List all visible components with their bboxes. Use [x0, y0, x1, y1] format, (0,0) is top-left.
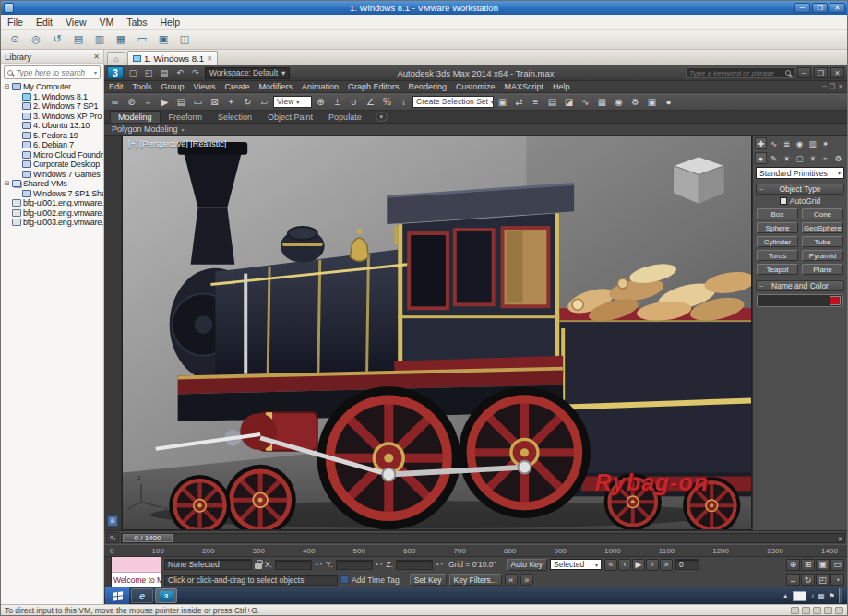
action-center-icon[interactable]: ⚑ [829, 592, 835, 600]
add-time-tag-label[interactable]: Add Time Tag [352, 575, 400, 585]
max-menu-item[interactable]: Animation [297, 82, 343, 91]
viewport-label[interactable]: [+] [Perspective] [Realistic] [128, 139, 226, 148]
key-mode-combo[interactable]: Selected ▾ [550, 559, 602, 570]
prev-frame-icon[interactable]: ‹ [618, 559, 631, 571]
key-filters-button[interactable]: Key Filters... [449, 574, 502, 586]
goto-end-icon[interactable]: » [660, 559, 673, 571]
max-menu-item[interactable]: Graph Editors [343, 82, 404, 91]
selection-lock-icon[interactable] [255, 563, 262, 569]
console-view-icon[interactable]: ▭ [133, 31, 151, 47]
power-icon[interactable]: ⊙ [6, 31, 24, 47]
selection-set-combo[interactable]: Create Selection Set ▾ [412, 96, 494, 108]
zoom-region-icon[interactable]: ▭ [830, 559, 844, 571]
max-menu-item[interactable]: Tools [128, 82, 157, 91]
x-coordinate-field[interactable] [275, 560, 312, 570]
max-menu-item[interactable]: MAXScript [500, 82, 549, 91]
volume-icon[interactable]: ♪ [810, 592, 814, 600]
perspective-viewport[interactable]: z x [+] [Perspective] [Realistic] Rybag-… [122, 136, 752, 530]
render-setup-icon[interactable]: ⚙ [627, 94, 643, 109]
fullscreen-icon[interactable]: ▣ [154, 31, 173, 47]
spinner-icon[interactable]: ▲▼ [436, 563, 444, 567]
max-logo[interactable]: 3 [107, 66, 124, 79]
time-slider-thumb[interactable]: 0 / 1400 [123, 534, 173, 542]
graphite-ribbon-toggle-icon[interactable]: ◪ [561, 94, 577, 109]
primitive-button[interactable]: Pyramid [802, 250, 843, 261]
child-close-icon[interactable]: ✕ [838, 83, 843, 90]
child-restore-icon[interactable]: ❐ [830, 83, 835, 90]
cameras-icon[interactable]: ▢ [794, 152, 806, 164]
3dsmax-taskbar-icon[interactable]: 3 [155, 588, 177, 603]
show-library-icon[interactable]: ▥ [90, 31, 109, 47]
reference-coordinate-combo[interactable]: View ▾ [273, 96, 312, 108]
vm-tab-windows81[interactable]: 1. Windows 8.1 ✕ [127, 51, 218, 65]
sound-icon[interactable] [835, 607, 843, 614]
library-tree-item[interactable]: 6. Debian 7 [1, 140, 103, 150]
primitive-button[interactable]: Sphere [757, 222, 798, 233]
primitive-button[interactable]: GeoSphere [802, 222, 843, 233]
material-editor-icon[interactable]: ◉ [611, 94, 627, 109]
field-of-view-icon[interactable]: ◔ [830, 574, 844, 586]
select-and-manipulate-icon[interactable]: ± [329, 94, 345, 109]
ribbon-tab[interactable]: Freeform [161, 112, 210, 123]
max-menu-item[interactable]: Rendering [404, 82, 452, 91]
select-link-icon[interactable]: ∞ [107, 94, 123, 109]
infocenter-search-input[interactable] [689, 69, 783, 77]
library-tree-item[interactable]: bfg-ui002.eng.vmware.com [1, 208, 103, 219]
vmware-menu-item[interactable]: VM [93, 17, 121, 28]
utilities-icon[interactable]: ✶ [819, 137, 831, 149]
library-tree-item[interactable]: bfg-ui001.eng.vmware.com [1, 198, 103, 208]
listener-macro-pane[interactable] [112, 557, 161, 573]
save-file-icon[interactable]: ▤ [158, 67, 171, 79]
ribbon-panel-icon[interactable]: ≣ [107, 515, 118, 527]
primitive-button[interactable]: Cone [802, 208, 843, 219]
harddisk-icon[interactable] [791, 607, 799, 614]
vmware-menu-item[interactable]: Edit [30, 17, 59, 28]
zoom-icon[interactable]: ⊕ [786, 559, 800, 571]
network-adapter-icon[interactable] [813, 607, 821, 614]
library-tree-item[interactable]: ⊟ Shared VMs [1, 179, 103, 189]
library-tree-item[interactable]: Corporate Desktop [1, 160, 103, 170]
show-thumbnails-icon[interactable]: ▦ [112, 31, 130, 47]
mini-curve-editor-icon[interactable]: ∿ [106, 532, 119, 543]
start-button[interactable] [105, 587, 129, 604]
spinner-snap-icon[interactable]: ↕ [396, 94, 412, 109]
select-and-move-icon[interactable]: + [223, 94, 239, 109]
child-minimize-icon[interactable]: ─ [822, 83, 827, 90]
motion-icon[interactable]: ◉ [794, 137, 806, 149]
minimize-button[interactable]: ─ [794, 3, 810, 13]
vmware-menu-item[interactable]: View [59, 17, 93, 28]
select-and-scale-icon[interactable]: ▱ [257, 94, 272, 109]
maximize-button[interactable]: ❐ [812, 3, 828, 13]
library-tree-item[interactable]: ⊟ My Computer [1, 82, 103, 92]
timeline-ruler[interactable]: 0100200300400500600700800900100011001200… [104, 544, 847, 556]
percent-snap-icon[interactable]: % [379, 94, 395, 109]
mirror-icon[interactable]: ⇄ [511, 94, 527, 109]
vmware-menu-item[interactable]: Tabs [120, 17, 153, 28]
ribbon-tab[interactable]: Populate [321, 112, 369, 123]
systems-icon[interactable]: ⚙ [832, 152, 844, 164]
library-tree-item[interactable]: 1. Windows 8.1 [1, 92, 103, 102]
orbit-icon[interactable]: ↻ [801, 574, 815, 586]
primitive-button[interactable]: Torus [757, 250, 798, 261]
ribbon-tab[interactable]: Selection [210, 112, 259, 123]
open-file-icon[interactable]: ◰ [142, 67, 155, 79]
key-step-back-icon[interactable]: « [505, 574, 518, 586]
max-menu-item[interactable]: Edit [104, 82, 128, 91]
select-by-name-icon[interactable]: ▤ [173, 94, 189, 109]
modify-icon[interactable]: ∿ [768, 137, 780, 149]
library-tree-item[interactable]: 5. Fedora 19 [1, 131, 103, 141]
snaps-toggle-icon[interactable]: ∪ [346, 94, 362, 109]
primitive-button[interactable]: Box [757, 208, 798, 219]
use-pivot-center-icon[interactable]: ⊕ [313, 94, 328, 109]
current-frame-field[interactable]: 0 [675, 559, 699, 570]
library-tree-item[interactable]: bfg-ui003.eng.vmware.com [1, 218, 103, 228]
library-tree-item[interactable]: Micro Cloud Foundry [1, 150, 103, 160]
max-menu-item[interactable]: Help [548, 82, 575, 91]
tab-close-icon[interactable]: ✕ [207, 54, 212, 63]
library-tree-item[interactable]: 4. Ubuntu 13.10 [1, 121, 103, 131]
set-key-button[interactable]: Set Key [410, 574, 447, 586]
library-tree-item[interactable]: Windows 7 Games [1, 170, 103, 180]
max-menu-item[interactable]: Customize [451, 82, 500, 91]
listener-splitter[interactable] [104, 557, 112, 587]
workspace-combo[interactable]: Workspace: Default ▾ [205, 67, 290, 79]
